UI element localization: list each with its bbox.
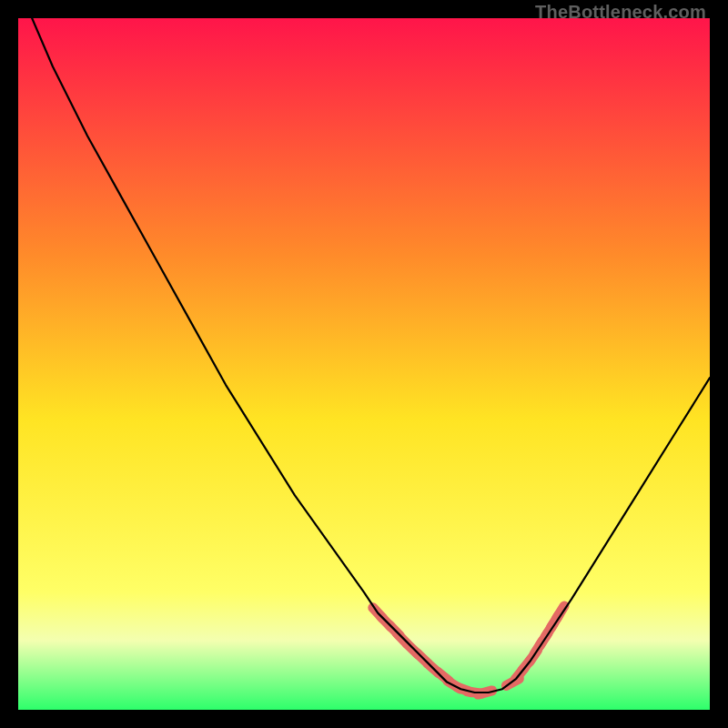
chart-plot	[18, 18, 710, 710]
chart-frame	[18, 18, 710, 710]
watermark-text: TheBottleneck.com	[535, 2, 706, 23]
bottleneck-curve	[32, 18, 710, 693]
marker-group	[373, 606, 564, 694]
